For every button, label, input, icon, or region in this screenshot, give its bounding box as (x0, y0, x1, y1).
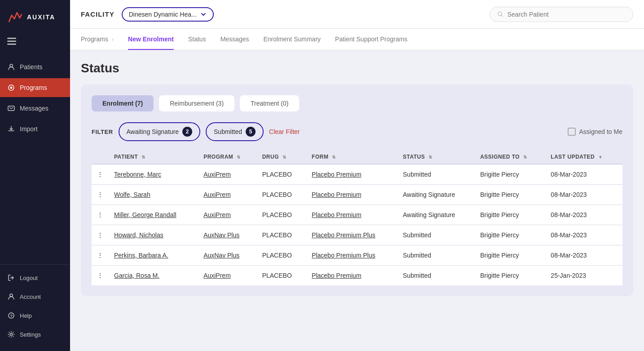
awaiting-signature-filter[interactable]: Awaiting Signature 2 (119, 122, 200, 141)
cell-patient[interactable]: Howard, Nicholas (109, 225, 198, 245)
logout-icon (7, 274, 15, 282)
sub-tab-treatment[interactable]: Treatment (0) (240, 95, 299, 111)
assigned-to-me-toggle[interactable]: Assigned to Me (568, 128, 623, 136)
cell-form[interactable]: Placebo Premium Plus (306, 225, 397, 245)
cell-patient[interactable]: Terebonne, Marc (109, 164, 198, 185)
cell-program[interactable]: AuxiPrem (198, 185, 257, 205)
program-sort-icon[interactable]: ⇅ (237, 155, 241, 160)
row-menu-button[interactable]: ⋮ (92, 164, 109, 185)
cell-status: Awaiting Signature (397, 205, 475, 225)
th-patient: PATIENT ⇅ (109, 150, 198, 164)
sidebar-item-account[interactable]: Account (0, 287, 70, 306)
tab-psp[interactable]: Patient Support Programs (335, 29, 407, 50)
cell-last_updated: 08-Mar-2023 (545, 205, 622, 225)
cell-drug: PLACEBO (257, 185, 306, 205)
sidebar-item-import-label: Import (20, 125, 38, 133)
row-menu-button[interactable]: ⋮ (92, 225, 109, 245)
enrolment-table: PATIENT ⇅ PROGRAM ⇅ DRUG ⇅ FORM (92, 150, 622, 285)
cell-patient[interactable]: Miller, George Randall (109, 205, 198, 225)
svg-point-3 (10, 64, 13, 67)
sidebar-item-patients[interactable]: Patients (0, 58, 70, 76)
row-menu-button[interactable]: ⋮ (92, 185, 109, 205)
svg-text:?: ? (10, 314, 13, 318)
th-drug: DRUG ⇅ (257, 150, 306, 164)
assigned-sort-icon[interactable]: ⇅ (523, 155, 527, 160)
th-program: PROGRAM ⇅ (198, 150, 257, 164)
search-input[interactable] (507, 11, 626, 18)
cell-program[interactable]: AuxNav Plus (198, 245, 257, 266)
settings-icon (7, 330, 15, 338)
cell-program[interactable]: AuxiPrem (198, 266, 257, 286)
th-last-updated: LAST UPDATED ▼ (545, 150, 622, 164)
auxita-logo-icon (7, 9, 23, 25)
sidebar-item-import[interactable]: Import (0, 120, 70, 138)
clear-filter-button[interactable]: Clear Filter (269, 128, 300, 135)
sidebar-item-messages-label: Messages (20, 105, 49, 112)
status-sort-icon[interactable]: ⇅ (428, 155, 432, 160)
cell-assigned_to: Brigitte Piercy (475, 225, 545, 245)
breadcrumb-separator: › (112, 36, 114, 43)
sidebar-item-programs[interactable]: Programs (0, 78, 70, 97)
filter-label: FILTER (92, 129, 113, 135)
cell-drug: PLACEBO (257, 164, 306, 185)
logo-area: AUXITA (0, 0, 70, 34)
cell-form[interactable]: Placebo Premium (306, 185, 397, 205)
table-row: ⋮Miller, George RandallAuxiPremPLACEBOPl… (92, 205, 622, 225)
cell-patient[interactable]: Perkins, Barbara A. (109, 245, 198, 266)
sidebar-item-help[interactable]: ? Help (0, 306, 70, 325)
cell-status: Awaiting Signature (397, 185, 475, 205)
table-body: ⋮Terebonne, MarcAuxiPremPLACEBOPlacebo P… (92, 164, 622, 285)
facility-selector[interactable]: Dinesen Dynamic Hea... (122, 7, 214, 22)
svg-point-10 (10, 333, 13, 336)
cell-form[interactable]: Placebo Premium (306, 266, 397, 286)
sidebar-item-logout[interactable]: Logout (0, 268, 70, 287)
cell-drug: PLACEBO (257, 266, 306, 286)
sub-tab-enrolment[interactable]: Enrolment (7) (92, 95, 154, 111)
cell-program[interactable]: AuxiPrem (198, 164, 257, 185)
tab-status[interactable]: Status (188, 29, 206, 50)
content-area: Status Enrolment (7) Reimbursement (3) T… (70, 50, 644, 351)
search-bar[interactable] (490, 7, 633, 22)
cell-patient[interactable]: Wolfe, Sarah (109, 185, 198, 205)
patients-icon (7, 63, 15, 71)
sidebar-item-account-label: Account (20, 293, 41, 300)
breadcrumb-programs[interactable]: Programs (81, 29, 108, 50)
cell-form[interactable]: Placebo Premium (306, 205, 397, 225)
sub-tab-reimbursement[interactable]: Reimbursement (3) (159, 95, 234, 111)
sidebar-item-logout-label: Logout (20, 275, 38, 281)
cell-assigned_to: Brigitte Piercy (475, 164, 545, 185)
cell-form[interactable]: Placebo Premium Plus (306, 245, 397, 266)
last-updated-sort-icon[interactable]: ▼ (598, 155, 603, 160)
sidebar-item-settings[interactable]: Settings (0, 325, 70, 344)
row-menu-button[interactable]: ⋮ (92, 245, 109, 266)
main-card: Enrolment (7) Reimbursement (3) Treatmen… (81, 84, 633, 296)
sub-tabs: Enrolment (7) Reimbursement (3) Treatmen… (92, 95, 622, 111)
table-row: ⋮Howard, NicholasAuxNav PlusPLACEBOPlace… (92, 225, 622, 245)
chevron-down-icon (200, 11, 207, 18)
tab-enrolment-summary[interactable]: Enrolment Summary (263, 29, 321, 50)
cell-form[interactable]: Placebo Premium (306, 164, 397, 185)
cell-drug: PLACEBO (257, 245, 306, 266)
cell-assigned_to: Brigitte Piercy (475, 266, 545, 286)
cell-drug: PLACEBO (257, 205, 306, 225)
tab-messages[interactable]: Messages (221, 29, 249, 50)
form-sort-icon[interactable]: ⇅ (332, 155, 336, 160)
sidebar-toggle[interactable] (0, 34, 70, 54)
sidebar-bottom: Logout Account ? Help Settings (0, 264, 70, 351)
svg-rect-1 (7, 41, 16, 42)
topbar: FACILITY Dinesen Dynamic Hea... (70, 0, 644, 29)
svg-rect-6 (8, 106, 14, 111)
row-menu-button[interactable]: ⋮ (92, 205, 109, 225)
sidebar-item-messages[interactable]: Messages (0, 99, 70, 118)
cell-status: Submitted (397, 266, 475, 286)
row-menu-button[interactable]: ⋮ (92, 266, 109, 286)
cell-patient[interactable]: Garcia, Rosa M. (109, 266, 198, 286)
cell-program[interactable]: AuxiPrem (198, 205, 257, 225)
patient-sort-icon[interactable]: ⇅ (141, 155, 146, 160)
assigned-to-me-checkbox[interactable] (568, 128, 576, 136)
tab-new-enrolment[interactable]: New Enrolment (128, 29, 174, 50)
drug-sort-icon[interactable]: ⇅ (282, 155, 287, 160)
cell-program[interactable]: AuxNav Plus (198, 225, 257, 245)
submitted-filter[interactable]: Submitted 5 (206, 122, 264, 141)
import-icon (7, 125, 15, 133)
